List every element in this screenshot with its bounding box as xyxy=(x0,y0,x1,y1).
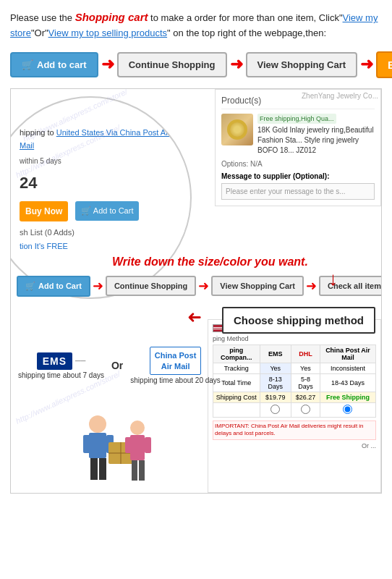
ems-group: EMS ── shipping time about 7 days xyxy=(18,352,104,379)
add-to-cart-button-2[interactable]: 🛒 Add to Cart xyxy=(17,276,90,297)
svg-rect-4 xyxy=(90,458,98,480)
product-description: Free shipping,High Qua... 18K Gold Inlay… xyxy=(257,114,375,156)
buy-now-button-top[interactable]: Buy Now xyxy=(376,51,392,78)
choose-shipping-box: Choose shipping method xyxy=(222,307,375,334)
buy-btn-label: Buy Now xyxy=(388,59,392,71)
down-arrow: ↓ xyxy=(328,268,338,290)
add-to-cart-button-top[interactable]: 🛒 Add to cart xyxy=(10,52,98,77)
flow-bar-2: 🛒 Add to Cart ➜ Continue Shopping ➜ View… xyxy=(17,275,375,297)
shipping-left-arrow: ➜ xyxy=(187,308,202,328)
product-desc-text: 18K Gold Inlay jewelry ring,Beautiful Fa… xyxy=(257,126,374,154)
radio-dhl[interactable] xyxy=(291,402,320,417)
options-row: Options: N/A xyxy=(221,160,375,168)
arrow-1: ➜ xyxy=(101,55,114,74)
ems-logo: EMS xyxy=(37,352,72,370)
ems-section: EMS ── shipping time about 7 days Or Chi… xyxy=(18,347,221,384)
arrives-label: within 5 days xyxy=(20,157,61,165)
view-cart-button-2[interactable]: View Shopping Cart xyxy=(211,276,304,296)
radio-airmail-input[interactable] xyxy=(343,405,352,414)
page-container: Please use the Shopping cart to make a o… xyxy=(0,0,392,502)
tracking-airmail: Inconsistent xyxy=(320,363,375,373)
radio-airmail[interactable] xyxy=(320,402,375,417)
total-time-dhl: 5-8 Days xyxy=(291,373,320,392)
comp-header-row: ping Compan... EMS DHL China Post Air Ma… xyxy=(213,345,376,363)
person-illustration xyxy=(54,406,163,486)
cart-icon-small: 🛒 xyxy=(81,206,91,215)
buy-now-small[interactable]: Buy Now xyxy=(20,201,68,221)
airmail-line1: China Post xyxy=(155,350,196,360)
big-number: 24 xyxy=(20,174,37,192)
continue-2-label: Continue Shopping xyxy=(114,282,187,290)
flow-bar-top: 🛒 Add to cart ➜ Continue Shopping ➜ View… xyxy=(10,51,382,78)
intro-middle: to make a order for more than one item, … xyxy=(148,12,342,23)
cart-icon-top: 🛒 xyxy=(22,59,33,70)
product-panel: Product(s) Free shipping,High Qua... 18K… xyxy=(215,89,381,207)
store-name: ZhenYang Jewelry Co... xyxy=(302,92,378,100)
ems-logo-row: EMS ── xyxy=(37,352,86,370)
svg-point-9 xyxy=(130,420,145,435)
total-time-airmail: 18-43 Days xyxy=(320,373,375,392)
message-label: Message to supplier (Optional): xyxy=(221,172,375,180)
shipping-cost-airmail: Free Shipping xyxy=(320,392,375,402)
airmail-logo: China Post Air Mail xyxy=(150,347,201,375)
write-down-text: Write down the size/color you want. xyxy=(112,255,308,269)
continue-btn-label: Continue Shopping xyxy=(129,59,216,70)
circle-left-top: air hipping to United States Via China P… xyxy=(10,96,192,299)
svg-rect-14 xyxy=(139,460,145,481)
add-to-cart-small[interactable]: 🛒 Add to Cart xyxy=(75,201,139,221)
cart-icon-2: 🛒 xyxy=(25,282,35,291)
shopping-cart-highlight: Shopping cart xyxy=(75,11,148,23)
radio-empty xyxy=(213,402,260,417)
tracking-row: Tracking Yes Yes Inconsistent xyxy=(213,363,376,373)
svg-rect-11 xyxy=(125,437,132,453)
fb2-arrow-3: ➜ xyxy=(306,278,317,294)
cart-btn-label: Add to cart xyxy=(37,59,87,70)
airmail-group: China Post Air Mail shipping time about … xyxy=(130,347,221,384)
big-number-row: 24 xyxy=(20,169,177,196)
air-label: air xyxy=(20,111,177,123)
svg-rect-12 xyxy=(145,437,151,453)
shipping-cost-row: Shipping Cost $19.79 $26.27 Free Shippin… xyxy=(213,392,376,402)
cart-btn-2-label: Add to Cart xyxy=(38,282,82,290)
tracking-dhl: Yes xyxy=(291,363,320,373)
ems-caption: shipping time about 7 days xyxy=(18,371,104,379)
shipping-cost-label: Shipping Cost xyxy=(213,392,260,402)
intro-or: "Or" xyxy=(31,28,48,38)
view-top-selling-link[interactable]: View my top selling products xyxy=(48,28,168,38)
svg-rect-2 xyxy=(83,435,90,453)
product-item: Free shipping,High Qua... 18K Gold Inlay… xyxy=(221,114,375,156)
wish-list-label: sh List (0 Adds) xyxy=(20,228,74,237)
message-placeholder: Please enter your message to the s... xyxy=(226,187,346,195)
continue-button-2[interactable]: Continue Shopping xyxy=(106,276,196,296)
radio-ems[interactable] xyxy=(260,402,291,417)
or-label-bottom: Or ... xyxy=(213,442,376,449)
arrow-3: ➜ xyxy=(360,55,373,74)
fb2-arrow-1: ➜ xyxy=(93,278,103,294)
view-cart-label: View Shopping Cart xyxy=(257,59,346,70)
svg-rect-10 xyxy=(130,435,145,460)
important-text: IMPORTANT: China Post Air Mail deliverie… xyxy=(215,423,364,436)
free-ship-badge: Free shipping,High Qua... xyxy=(257,114,336,124)
action-buttons-row: Buy Now 🛒 Add to Cart xyxy=(20,201,177,221)
continue-shopping-button-top[interactable]: Continue Shopping xyxy=(117,52,227,77)
intro-before: Please use the xyxy=(10,12,75,23)
col-airmail: China Post Air Mail xyxy=(320,345,375,363)
shipping-cost-dhl: $26.27 xyxy=(291,392,320,402)
wish-list-row: sh List (0 Adds) xyxy=(20,226,177,240)
view-shopping-cart-button-top[interactable]: View Shopping Cart xyxy=(246,52,358,77)
shipping-box-text: Choose shipping method xyxy=(234,314,364,326)
ring-icon xyxy=(227,119,247,140)
radio-dhl-input[interactable] xyxy=(301,405,310,414)
fb2-arrow-2: ➜ xyxy=(198,278,209,294)
radio-ems-input[interactable] xyxy=(270,405,280,414)
shipping-to-label: hipping to xyxy=(20,128,56,137)
arrow-2: ➜ xyxy=(230,55,243,74)
view-cart-2-label: View Shopping Cart xyxy=(220,282,295,290)
shipping-method-label: ping Method xyxy=(213,335,376,342)
intro-end: " on the top right of the webpage,then: xyxy=(167,28,326,38)
radio-row xyxy=(213,402,376,417)
arrives-row: within 5 days xyxy=(20,155,177,167)
message-box[interactable]: Please enter your message to the s... xyxy=(221,183,375,200)
svg-rect-5 xyxy=(99,458,106,480)
or-text: Or xyxy=(111,360,123,371)
